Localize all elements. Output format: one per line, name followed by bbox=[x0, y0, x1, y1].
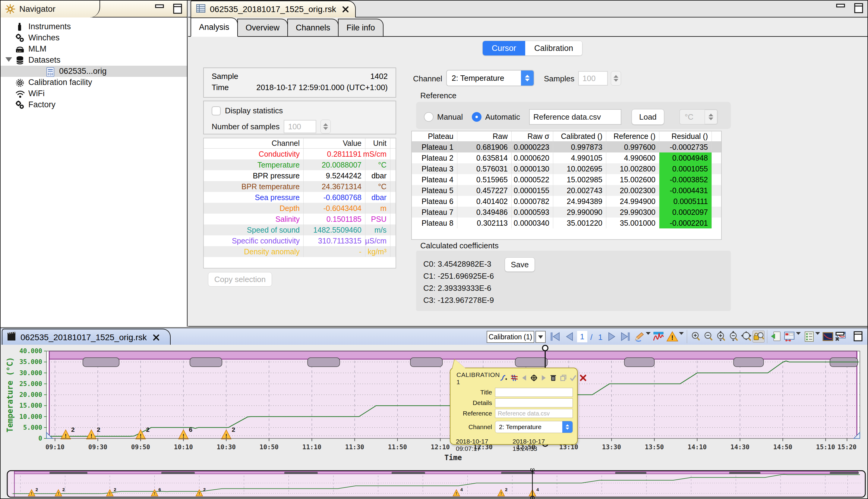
first-annotation-icon[interactable] bbox=[549, 331, 562, 343]
locate-icon[interactable] bbox=[530, 374, 538, 383]
reference-unit-select[interactable]: °C bbox=[679, 109, 718, 125]
layout-icon[interactable] bbox=[783, 331, 795, 343]
duplicate-icon[interactable] bbox=[559, 374, 567, 383]
plot-tab[interactable]: 062535_20181017_1525_orig.rsk bbox=[2, 329, 171, 345]
layout-dropdown[interactable] bbox=[796, 335, 801, 340]
warnings-dropdown[interactable] bbox=[679, 335, 684, 340]
tree-item-wifi[interactable]: WiFi bbox=[1, 88, 187, 99]
channel-table-row[interactable]: Density anomaly - kg/m³ bbox=[204, 246, 396, 257]
load-button[interactable]: Load bbox=[631, 109, 664, 125]
zoom-in-x-icon[interactable] bbox=[690, 331, 702, 343]
tree-item-calibration-facility[interactable]: Calibration facility bbox=[1, 77, 187, 88]
overview-chart[interactable]: !2!2!2!6!2!4!2!4 bbox=[1, 468, 868, 499]
channel-select[interactable]: 2: Temperature bbox=[446, 70, 534, 86]
close-icon[interactable] bbox=[341, 5, 349, 13]
previous-annotation-icon[interactable] bbox=[563, 331, 575, 343]
plateau-row[interactable]: Plateau 1 0.681906 0.0000223 0.997873 0.… bbox=[412, 142, 721, 153]
fit-curve-icon[interactable] bbox=[500, 374, 508, 383]
maximize-icon[interactable] bbox=[853, 331, 863, 343]
minimize-icon[interactable] bbox=[835, 331, 845, 343]
channel-table-row[interactable]: Salinity 0.1501185 PSU bbox=[204, 214, 396, 224]
plateau-marker[interactable] bbox=[624, 358, 654, 367]
zoom-in-y-icon[interactable] bbox=[715, 331, 727, 343]
reference-file-input[interactable]: Reference data.csv bbox=[529, 109, 622, 125]
channel-table-row[interactable]: Conductivity 0.2811191 mS/cm bbox=[204, 148, 396, 159]
automatic-radio[interactable] bbox=[472, 112, 482, 122]
manual-radio[interactable] bbox=[424, 112, 434, 122]
warnings-icon[interactable]: ! bbox=[666, 331, 678, 343]
popup-channel-select[interactable]: 2: Temperature bbox=[495, 421, 573, 433]
plateau-marker[interactable] bbox=[515, 358, 547, 367]
cursor-top-handle[interactable] bbox=[542, 345, 548, 351]
tree-item-mlm[interactable]: MLM bbox=[1, 44, 187, 54]
main-chart[interactable]: !2!2!2!6!2!4!2!409:1009:3009:5010:1010:3… bbox=[1, 345, 868, 468]
num-samples-stepper[interactable] bbox=[321, 120, 331, 133]
plateau-row[interactable]: Plateau 5 0.457227 0.0000155 20.002743 2… bbox=[412, 185, 721, 196]
copy-selection-button[interactable]: Copy selection bbox=[208, 272, 272, 287]
channel-table-row[interactable]: Temperature 20.0088007 °C bbox=[204, 159, 396, 170]
edit-annotation-icon[interactable] bbox=[634, 331, 646, 343]
tree-item-factory[interactable]: Factory bbox=[1, 99, 187, 110]
save-button[interactable]: Save bbox=[505, 257, 535, 272]
expander-icon[interactable] bbox=[5, 57, 12, 62]
plateau-marker[interactable] bbox=[734, 358, 763, 367]
zoom-fit-icon[interactable] bbox=[740, 331, 752, 343]
plateau-marker[interactable] bbox=[190, 358, 222, 367]
edit-annotation-dropdown[interactable] bbox=[646, 335, 651, 340]
zoom-out-x-icon[interactable] bbox=[702, 331, 714, 343]
plateau-marker[interactable] bbox=[410, 358, 443, 367]
export-icon[interactable] bbox=[770, 331, 782, 343]
popup-details-input[interactable] bbox=[495, 398, 573, 407]
plot-properties-icon[interactable] bbox=[822, 331, 834, 343]
next-icon[interactable] bbox=[540, 375, 547, 382]
tab-analysis[interactable]: Analysis bbox=[191, 17, 238, 37]
close-icon[interactable] bbox=[152, 333, 160, 341]
apply-icon[interactable] bbox=[569, 374, 577, 383]
plateau-marker[interactable] bbox=[83, 358, 119, 367]
minimize-icon[interactable] bbox=[154, 4, 165, 15]
maximize-icon[interactable] bbox=[854, 3, 864, 14]
plateau-row[interactable]: Plateau 7 0.349486 0.0000593 29.990090 2… bbox=[412, 207, 721, 218]
channel-table-row[interactable]: Specific conductivity 310.7113315 µS/cm bbox=[204, 235, 396, 246]
zoom-out-y-icon[interactable] bbox=[728, 331, 740, 343]
tab-channels[interactable]: Channels bbox=[287, 19, 339, 36]
legend-icon[interactable] bbox=[803, 331, 815, 343]
tab-file-info[interactable]: File info bbox=[338, 19, 384, 36]
editor-tab[interactable]: 062535_20181017_1525_orig.rsk bbox=[191, 1, 356, 17]
tree-item-instruments[interactable]: Instruments bbox=[1, 21, 187, 32]
last-annotation-icon[interactable] bbox=[619, 331, 631, 343]
calibration-mode-button[interactable]: Calibration bbox=[525, 41, 582, 56]
samples-input[interactable]: 100 bbox=[578, 71, 608, 86]
plateau-marker[interactable] bbox=[308, 358, 339, 367]
plateau-row[interactable]: Plateau 4 0.515965 0.0000522 15.002985 1… bbox=[412, 174, 721, 185]
plateau-row[interactable]: Plateau 8 0.302113 0.0000340 35.001220 3… bbox=[412, 218, 721, 228]
maximize-icon[interactable] bbox=[172, 4, 183, 15]
plateau-row[interactable]: Plateau 2 0.635814 0.0000620 4.990105 4.… bbox=[412, 153, 721, 163]
plateau-detect-icon[interactable] bbox=[652, 331, 664, 343]
tab-overview[interactable]: Overview bbox=[237, 19, 288, 36]
channel-table-row[interactable]: Speed of sound 1482.5509460 m/s bbox=[204, 224, 396, 235]
samples-stepper[interactable] bbox=[611, 71, 621, 86]
tree-item-datasets[interactable]: Datasets bbox=[1, 54, 187, 66]
legend-dropdown[interactable] bbox=[815, 335, 820, 340]
channel-table-row[interactable]: Sea pressure -0.6080768 dbar bbox=[204, 192, 396, 203]
popup-title-input[interactable] bbox=[495, 388, 573, 397]
plateau-row[interactable]: Plateau 3 0.576031 0.0000130 10.002695 1… bbox=[412, 163, 721, 174]
annotation-selector-dropdown[interactable] bbox=[535, 331, 546, 343]
zoom-lock-icon[interactable] bbox=[752, 331, 764, 343]
next-annotation-icon[interactable] bbox=[606, 331, 618, 343]
plateau-row[interactable]: Plateau 6 0.401402 0.0000782 24.994389 2… bbox=[412, 196, 721, 207]
previous-icon[interactable] bbox=[521, 375, 528, 382]
tree-item-dataset-file[interactable]: 010 062535...orig bbox=[1, 66, 187, 77]
channel-table-row[interactable]: BPR temperature 24.3671314 °C bbox=[204, 181, 396, 192]
popup-reference-input[interactable]: Reference data.csv bbox=[495, 409, 573, 418]
channel-table-row[interactable]: BPR pressure 9.5244242 dbar bbox=[204, 170, 396, 181]
cursor-mode-button[interactable]: Cursor bbox=[483, 41, 525, 56]
minimize-icon[interactable] bbox=[835, 3, 846, 14]
tree-item-winches[interactable]: Winches bbox=[1, 32, 187, 44]
display-statistics-checkbox[interactable] bbox=[212, 106, 221, 115]
num-samples-input[interactable]: 100 bbox=[284, 120, 316, 133]
delete-icon[interactable] bbox=[550, 374, 557, 383]
plateaus-icon[interactable] bbox=[510, 374, 518, 383]
close-popup-icon[interactable] bbox=[579, 374, 587, 383]
